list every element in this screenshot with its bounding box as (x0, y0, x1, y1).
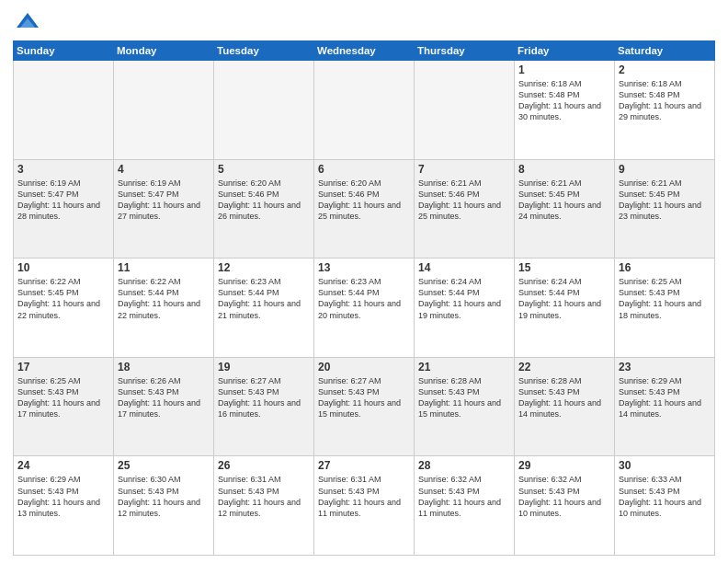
day-number: 16 (619, 261, 711, 274)
day-number: 13 (318, 261, 410, 274)
day-info: Sunrise: 6:26 AM Sunset: 5:43 PM Dayligh… (118, 375, 210, 420)
calendar-cell: 18Sunrise: 6:26 AM Sunset: 5:43 PM Dayli… (114, 357, 214, 456)
day-info: Sunrise: 6:30 AM Sunset: 5:43 PM Dayligh… (118, 474, 210, 519)
calendar-header-monday: Monday (114, 41, 214, 61)
day-info: Sunrise: 6:18 AM Sunset: 5:48 PM Dayligh… (518, 78, 610, 123)
calendar-cell: 17Sunrise: 6:25 AM Sunset: 5:43 PM Dayli… (14, 357, 114, 456)
day-info: Sunrise: 6:21 AM Sunset: 5:45 PM Dayligh… (619, 178, 711, 223)
calendar-cell: 24Sunrise: 6:29 AM Sunset: 5:43 PM Dayli… (14, 456, 114, 556)
day-info: Sunrise: 6:27 AM Sunset: 5:43 PM Dayligh… (318, 375, 410, 420)
day-info: Sunrise: 6:21 AM Sunset: 5:45 PM Dayligh… (518, 178, 610, 223)
calendar-week-row: 1Sunrise: 6:18 AM Sunset: 5:48 PM Daylig… (14, 61, 715, 160)
day-number: 18 (118, 361, 210, 373)
day-info: Sunrise: 6:25 AM Sunset: 5:43 PM Dayligh… (619, 276, 711, 321)
calendar-header-tuesday: Tuesday (214, 41, 314, 61)
calendar-cell: 4Sunrise: 6:19 AM Sunset: 5:47 PM Daylig… (114, 159, 214, 259)
calendar-cell (214, 61, 314, 160)
day-info: Sunrise: 6:18 AM Sunset: 5:48 PM Dayligh… (619, 78, 711, 123)
day-number: 9 (619, 163, 711, 176)
day-number: 27 (318, 459, 410, 472)
day-number: 28 (418, 459, 510, 472)
day-info: Sunrise: 6:20 AM Sunset: 5:46 PM Dayligh… (318, 178, 410, 223)
day-number: 14 (418, 261, 510, 274)
calendar-cell: 25Sunrise: 6:30 AM Sunset: 5:43 PM Dayli… (114, 456, 214, 556)
day-number: 7 (418, 163, 510, 176)
day-number: 15 (518, 261, 610, 274)
day-number: 20 (318, 361, 410, 373)
calendar-cell: 22Sunrise: 6:28 AM Sunset: 5:43 PM Dayli… (515, 357, 615, 456)
calendar-cell: 7Sunrise: 6:21 AM Sunset: 5:46 PM Daylig… (415, 159, 515, 259)
calendar-cell: 21Sunrise: 6:28 AM Sunset: 5:43 PM Dayli… (415, 357, 515, 456)
calendar-cell: 30Sunrise: 6:33 AM Sunset: 5:43 PM Dayli… (615, 456, 715, 556)
day-info: Sunrise: 6:27 AM Sunset: 5:43 PM Dayligh… (218, 375, 310, 420)
day-number: 26 (218, 459, 310, 472)
calendar-cell: 6Sunrise: 6:20 AM Sunset: 5:46 PM Daylig… (314, 159, 415, 259)
day-info: Sunrise: 6:19 AM Sunset: 5:47 PM Dayligh… (17, 178, 109, 223)
calendar-table: SundayMondayTuesdayWednesdayThursdayFrid… (13, 40, 715, 556)
calendar-cell: 29Sunrise: 6:32 AM Sunset: 5:43 PM Dayli… (515, 456, 615, 556)
day-info: Sunrise: 6:25 AM Sunset: 5:43 PM Dayligh… (17, 375, 109, 420)
day-info: Sunrise: 6:22 AM Sunset: 5:44 PM Dayligh… (118, 276, 210, 321)
calendar-cell: 16Sunrise: 6:25 AM Sunset: 5:43 PM Dayli… (615, 259, 715, 358)
page: SundayMondayTuesdayWednesdayThursdayFrid… (0, 0, 728, 563)
day-number: 10 (17, 261, 109, 274)
calendar-header-row: SundayMondayTuesdayWednesdayThursdayFrid… (14, 41, 715, 61)
day-number: 21 (418, 361, 510, 373)
calendar-cell (14, 61, 114, 160)
day-info: Sunrise: 6:29 AM Sunset: 5:43 PM Dayligh… (17, 474, 109, 519)
day-info: Sunrise: 6:23 AM Sunset: 5:44 PM Dayligh… (318, 276, 410, 321)
calendar-cell: 12Sunrise: 6:23 AM Sunset: 5:44 PM Dayli… (214, 259, 314, 358)
calendar-cell: 10Sunrise: 6:22 AM Sunset: 5:45 PM Dayli… (14, 259, 114, 358)
day-number: 1 (518, 63, 610, 76)
calendar-week-row: 17Sunrise: 6:25 AM Sunset: 5:43 PM Dayli… (14, 357, 715, 456)
day-info: Sunrise: 6:32 AM Sunset: 5:43 PM Dayligh… (418, 474, 510, 519)
day-number: 25 (118, 459, 210, 472)
day-number: 22 (518, 361, 610, 373)
calendar-cell: 23Sunrise: 6:29 AM Sunset: 5:43 PM Dayli… (615, 357, 715, 456)
day-info: Sunrise: 6:24 AM Sunset: 5:44 PM Dayligh… (518, 276, 610, 321)
day-number: 19 (218, 361, 310, 373)
day-number: 11 (118, 261, 210, 274)
day-info: Sunrise: 6:21 AM Sunset: 5:46 PM Dayligh… (418, 178, 510, 223)
day-number: 5 (218, 163, 310, 176)
calendar-week-row: 24Sunrise: 6:29 AM Sunset: 5:43 PM Dayli… (14, 456, 715, 556)
calendar-header-thursday: Thursday (415, 41, 515, 61)
calendar-cell: 15Sunrise: 6:24 AM Sunset: 5:44 PM Dayli… (515, 259, 615, 358)
day-number: 4 (118, 163, 210, 176)
calendar-week-row: 3Sunrise: 6:19 AM Sunset: 5:47 PM Daylig… (14, 159, 715, 259)
day-info: Sunrise: 6:31 AM Sunset: 5:43 PM Dayligh… (218, 474, 310, 519)
day-number: 3 (17, 163, 109, 176)
day-number: 30 (619, 459, 711, 472)
calendar-cell (314, 61, 415, 160)
top-section (13, 9, 715, 35)
calendar-cell: 3Sunrise: 6:19 AM Sunset: 5:47 PM Daylig… (14, 159, 114, 259)
day-info: Sunrise: 6:29 AM Sunset: 5:43 PM Dayligh… (619, 375, 711, 420)
day-number: 23 (619, 361, 711, 373)
day-info: Sunrise: 6:24 AM Sunset: 5:44 PM Dayligh… (418, 276, 510, 321)
day-info: Sunrise: 6:28 AM Sunset: 5:43 PM Dayligh… (518, 375, 610, 420)
calendar-cell: 2Sunrise: 6:18 AM Sunset: 5:48 PM Daylig… (615, 61, 715, 160)
day-number: 8 (518, 163, 610, 176)
day-number: 29 (518, 459, 610, 472)
day-number: 17 (17, 361, 109, 373)
calendar-cell (114, 61, 214, 160)
calendar-cell: 14Sunrise: 6:24 AM Sunset: 5:44 PM Dayli… (415, 259, 515, 358)
day-info: Sunrise: 6:32 AM Sunset: 5:43 PM Dayligh… (518, 474, 610, 519)
day-number: 24 (17, 459, 109, 472)
calendar-cell: 11Sunrise: 6:22 AM Sunset: 5:44 PM Dayli… (114, 259, 214, 358)
calendar-cell: 20Sunrise: 6:27 AM Sunset: 5:43 PM Dayli… (314, 357, 415, 456)
calendar-cell: 9Sunrise: 6:21 AM Sunset: 5:45 PM Daylig… (615, 159, 715, 259)
calendar-header-friday: Friday (515, 41, 615, 61)
day-info: Sunrise: 6:33 AM Sunset: 5:43 PM Dayligh… (619, 474, 711, 519)
day-info: Sunrise: 6:19 AM Sunset: 5:47 PM Dayligh… (118, 178, 210, 223)
day-info: Sunrise: 6:20 AM Sunset: 5:46 PM Dayligh… (218, 178, 310, 223)
day-info: Sunrise: 6:23 AM Sunset: 5:44 PM Dayligh… (218, 276, 310, 321)
calendar-cell: 27Sunrise: 6:31 AM Sunset: 5:43 PM Dayli… (314, 456, 415, 556)
calendar-cell: 1Sunrise: 6:18 AM Sunset: 5:48 PM Daylig… (515, 61, 615, 160)
calendar-header-sunday: Sunday (14, 41, 114, 61)
calendar-cell: 5Sunrise: 6:20 AM Sunset: 5:46 PM Daylig… (214, 159, 314, 259)
calendar-cell (415, 61, 515, 160)
day-info: Sunrise: 6:22 AM Sunset: 5:45 PM Dayligh… (17, 276, 109, 321)
calendar-cell: 28Sunrise: 6:32 AM Sunset: 5:43 PM Dayli… (415, 456, 515, 556)
logo-area (13, 9, 40, 35)
